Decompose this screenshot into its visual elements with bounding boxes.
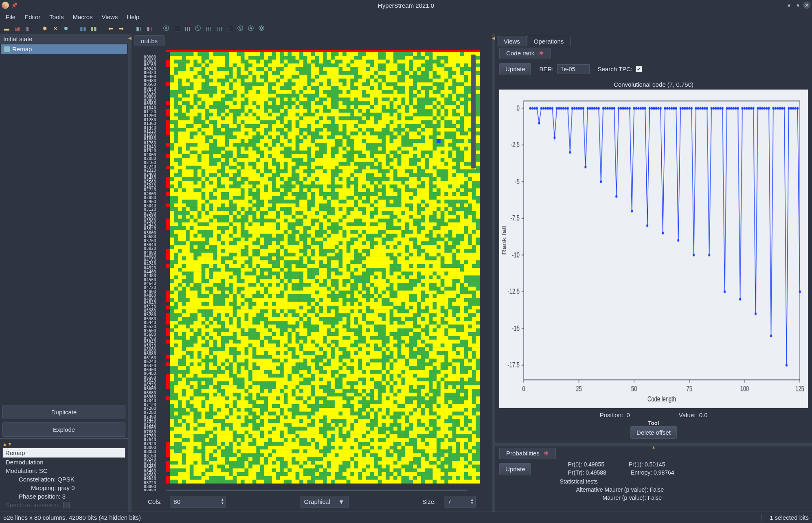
minimize-button[interactable]: ∨	[785, 2, 792, 9]
chevron-down-icon: ▼	[338, 498, 345, 505]
tb-grid-icon[interactable]: ▦	[13, 24, 21, 33]
address-column: 00000 00080 00160 00240 00320 00400 0048…	[144, 55, 156, 491]
rank-controls: Update BER: Search TPC: ✔	[495, 59, 812, 79]
update-rank-button[interactable]: Update	[499, 63, 531, 75]
viewer-controls: Cols: ▲▼ Graphical ▼ Size: ▲▼	[132, 491, 492, 512]
prtr: Pr(Tr): 0.49588	[568, 469, 606, 476]
menu-help[interactable]: Help	[123, 12, 143, 22]
menu-editor[interactable]: Editor	[20, 12, 44, 22]
tree-item-remap[interactable]: Remap	[1, 44, 127, 54]
pr0: Pr(0): 0.49855	[568, 461, 604, 468]
right-split-handle[interactable]: ▲	[495, 443, 812, 446]
size-up-icon[interactable]: ▲	[470, 498, 474, 501]
tb-arrow-left-icon[interactable]: ⬅	[107, 24, 115, 33]
tb-bolt-blue-icon[interactable]: ✹	[62, 24, 70, 33]
operations-tab[interactable]: Operations	[527, 36, 571, 46]
delete-offset-button[interactable]: Delete offset	[630, 426, 677, 439]
update-prob-button[interactable]: Update	[499, 463, 531, 475]
probabilities-tab[interactable]: Probabilities ✱	[499, 448, 556, 459]
tb-chart2-icon[interactable]: ◫	[183, 24, 191, 33]
toolbar: ▬ ▦ ▥ ✹ ✕ ✹ ▮▮ ▮▮ ⬅ ➡ ◧ ◧ Ⓐ ◫ ◫ Ⓝ ◫ ◫ ◫ …	[0, 23, 812, 34]
search-tpc-label: Search TPC:	[598, 66, 633, 72]
close-button[interactable]: ✕	[803, 2, 810, 9]
view-mode-combo[interactable]: Graphical ▼	[300, 496, 349, 508]
tb-oo-icon[interactable]: Ⓞ	[257, 24, 266, 33]
value-readout: Value: 0.0	[679, 411, 708, 418]
maximize-button[interactable]: ∧	[794, 2, 801, 9]
remap-icon	[4, 46, 10, 52]
cols-input[interactable]	[170, 496, 219, 507]
spectrum-checkbox[interactable]	[63, 502, 70, 508]
tb-chart3-icon[interactable]: ◫	[204, 24, 213, 33]
prop-phase: Phase position: 3	[2, 492, 125, 501]
center-panel: out.bs 00000 00080 00160 00240 00320 004…	[132, 34, 492, 512]
size-input[interactable]	[444, 496, 469, 507]
tb-chart-icon[interactable]: ◫	[173, 24, 181, 33]
editor-tab-label: out.bs	[141, 37, 158, 44]
bitmap-viewer[interactable]: 00000 00080 00160 00240 00320 00400 0048…	[132, 46, 492, 491]
menu-file[interactable]: File	[2, 12, 20, 22]
size-spinbox[interactable]: ▲▼	[444, 496, 476, 508]
tb-chart4-icon[interactable]: ◫	[215, 24, 223, 33]
statusbar: 526 lines x 80 columns, 42080 bits (42 h…	[0, 512, 812, 523]
search-tpc-checkbox[interactable]: ✔	[636, 66, 642, 72]
tb-chart5-icon[interactable]: ◫	[226, 24, 234, 33]
status-right: 1 selected bits	[761, 514, 809, 521]
cols-spinbox[interactable]: ▲▼	[170, 496, 226, 508]
menu-views[interactable]: Views	[98, 12, 122, 22]
left-panel-header: Initial state	[0, 34, 128, 44]
right-panel: Views Operations Code rank ✱ Update BER:…	[495, 34, 812, 512]
close-icon[interactable]: ✱	[544, 450, 549, 457]
tb-x-icon[interactable]: ✕	[51, 24, 59, 33]
tool-label: Tool	[499, 420, 808, 426]
code-rank-tab[interactable]: Code rank ✱	[499, 48, 551, 59]
left-collapse-handle[interactable]: ◀	[128, 34, 132, 512]
prop-spectrum: Spectrum inversion:	[2, 501, 125, 509]
rank-chart[interactable]	[499, 90, 808, 408]
left-panel: Initial state Remap Duplicate Explode ▲▼…	[0, 34, 128, 512]
views-tab[interactable]: Views	[497, 36, 527, 46]
operation-tree[interactable]: Remap	[0, 44, 128, 403]
properties-panel: ▲▼ Demodulation Modulation: SC Constella…	[0, 438, 128, 512]
tb-aa-icon[interactable]: Ⓐ	[162, 24, 170, 33]
size-label: Size:	[422, 498, 436, 505]
bitmap-canvas[interactable]	[166, 50, 480, 484]
tb-folder-icon[interactable]: ▬	[2, 24, 11, 33]
tb-stripe-icon[interactable]: ▥	[24, 24, 32, 33]
right-collapse-handle[interactable]: ◀	[492, 34, 495, 512]
ber-input[interactable]	[557, 64, 590, 74]
tb-bolt-yellow-icon[interactable]: ✹	[41, 24, 49, 33]
vertical-scrollbar[interactable]	[471, 55, 476, 168]
menu-macros[interactable]: Macros	[68, 12, 97, 22]
menu-tools[interactable]: Tools	[45, 12, 68, 22]
chart-title: Convolutional code (7, 0.750)	[499, 79, 808, 90]
tb-bars-mix-icon[interactable]: ▮▮	[90, 24, 98, 33]
size-down-icon[interactable]: ▼	[470, 501, 474, 505]
titlebar: 📌 HyperStream 2021.0 ∨ ∧ ✕	[0, 0, 812, 11]
tb-nn-icon[interactable]: Ⓝ	[194, 24, 202, 33]
tb-sq2-icon[interactable]: ◧	[145, 24, 153, 33]
duplicate-button[interactable]: Duplicate	[2, 405, 125, 419]
prop-mapping: Mapping: gray 0	[2, 484, 125, 492]
position-readout: Position: 0	[600, 411, 630, 418]
view-mode-label: Graphical	[304, 498, 330, 505]
cols-down-icon[interactable]: ▼	[221, 501, 224, 505]
close-icon[interactable]: ✱	[539, 50, 544, 57]
app-icon	[2, 2, 9, 9]
tb-vv-icon[interactable]: Ⓥ	[236, 24, 244, 33]
stats-panel: Pr(0): 0.49855 Pr(1): 0.50145 Pr(Tr): 0.…	[535, 459, 682, 503]
tb-bars-blue-icon[interactable]: ▮▮	[79, 24, 87, 33]
prop-modulation: Modulation: SC	[2, 466, 125, 475]
horizontal-scrollbar[interactable]	[166, 490, 467, 491]
pin-icon[interactable]: 📌	[11, 2, 18, 9]
code-rank-label: Code rank	[506, 50, 534, 57]
editor-tab[interactable]: out.bs	[134, 35, 165, 46]
tb-aa2-icon[interactable]: Ⓐ	[247, 24, 255, 33]
collapse-icon[interactable]: ▲▼	[2, 441, 125, 447]
tb-sq1-icon[interactable]: ◧	[134, 24, 143, 33]
cols-up-icon[interactable]: ▲	[221, 498, 224, 501]
remap-name-input[interactable]	[2, 448, 125, 458]
explode-button[interactable]: Explode	[2, 422, 125, 437]
cols-label: Cols:	[148, 498, 162, 505]
tb-arrow-right-icon[interactable]: ➡	[117, 24, 125, 33]
